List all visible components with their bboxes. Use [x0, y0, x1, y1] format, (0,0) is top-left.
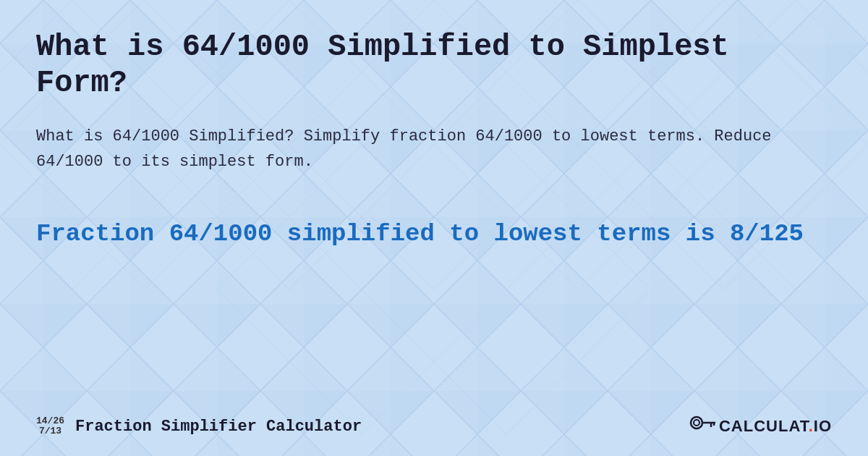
fraction-top: 14/26 — [36, 416, 64, 426]
fraction-bottom: 7/13 — [39, 426, 61, 436]
svg-point-21 — [694, 420, 699, 426]
footer: 14/26 7/13 Fraction Simplifier Calculato… — [36, 415, 832, 438]
result-section: Fraction 64/1000 simplified to lowest te… — [36, 218, 832, 250]
fraction-stack: 14/26 7/13 — [36, 416, 64, 437]
logo-text: CALCULAT.IO — [719, 417, 832, 436]
description-text: What is 64/1000 Simplified? Simplify fra… — [36, 124, 832, 174]
site-title: Fraction Simplifier Calculator — [75, 418, 362, 436]
page-title: What is 64/1000 Simplified to Simplest F… — [36, 29, 832, 102]
result-text: Fraction 64/1000 simplified to lowest te… — [36, 218, 832, 250]
logo[interactable]: CALCULAT.IO — [689, 415, 832, 438]
svg-point-20 — [691, 417, 702, 428]
key-icon — [689, 415, 715, 438]
